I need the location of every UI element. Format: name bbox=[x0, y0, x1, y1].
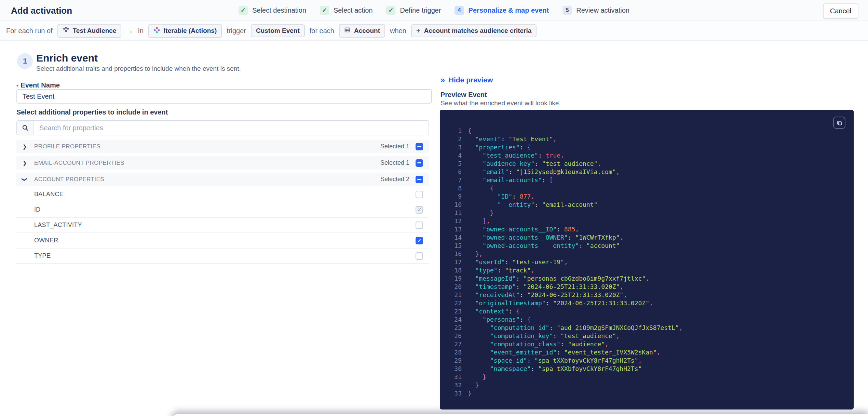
property-row[interactable]: OWNER✓ bbox=[16, 233, 429, 249]
step-label: Select action bbox=[334, 6, 373, 14]
code-line: 1{ bbox=[440, 127, 854, 135]
code-line: 22 "originalTimestamp": "2024-06-25T21:3… bbox=[440, 299, 854, 307]
property-label: BALANCE bbox=[34, 191, 416, 198]
page-title: Add activation bbox=[11, 5, 72, 16]
chevron-right-icon: ❯ bbox=[23, 144, 34, 150]
wizard-header: Add activation ✓Select destination✓Selec… bbox=[0, 0, 868, 21]
hide-preview-link[interactable]: » Hide preview bbox=[440, 76, 493, 84]
summary-badge[interactable]: Test Audience bbox=[57, 24, 122, 38]
code-line: 14 "owned-accounts__OWNER": "1WCWrTXfkp"… bbox=[440, 233, 854, 242]
code-line: 32 } bbox=[440, 381, 854, 389]
search-input[interactable] bbox=[34, 121, 429, 135]
property-checkbox-checked-disabled[interactable]: ✓ bbox=[416, 206, 423, 214]
line-number: 5 bbox=[440, 160, 462, 168]
search-icon bbox=[17, 121, 34, 135]
event-preview-code-block: 1{2 "event": "Test Event",3 "properties"… bbox=[440, 110, 854, 410]
line-number: 2 bbox=[440, 135, 462, 143]
event-name-input[interactable] bbox=[16, 89, 432, 104]
property-checkbox-checked[interactable]: ✓ bbox=[416, 237, 423, 244]
code-text: "computation_key": "test_audience", bbox=[468, 332, 620, 340]
line-number: 28 bbox=[440, 348, 462, 357]
property-row[interactable]: ID✓ bbox=[16, 202, 429, 218]
code-text: }, bbox=[468, 250, 483, 258]
footer-shadow bbox=[171, 414, 868, 416]
hide-preview-label: Hide preview bbox=[449, 76, 493, 84]
property-checkbox-unchecked[interactable] bbox=[416, 252, 423, 260]
group-checkbox-indeterminate[interactable] bbox=[416, 176, 423, 183]
account-properties-list: BALANCEID✓LAST_ACTIVITYOWNER✓TYPE bbox=[16, 187, 429, 264]
step-done-check-icon: ✓ bbox=[239, 6, 248, 15]
code-line: 4 "test_audience": true, bbox=[440, 151, 854, 160]
summary-text: For each run of bbox=[6, 27, 53, 35]
step-label: Select destination bbox=[252, 6, 306, 14]
summary-text: for each bbox=[310, 27, 334, 35]
code-line: 12 ], bbox=[440, 217, 854, 225]
summary-text: In bbox=[138, 27, 144, 35]
wizard-step[interactable]: 4Personalize & map event bbox=[455, 6, 549, 15]
code-text: "userId": "test-user-19", bbox=[468, 258, 568, 266]
property-row[interactable]: TYPE bbox=[16, 249, 429, 264]
line-number: 7 bbox=[440, 176, 462, 184]
step-label: Personalize & map event bbox=[469, 6, 549, 14]
property-row[interactable]: BALANCE bbox=[16, 187, 429, 202]
code-text: "receivedAt": "2024-06-25T21:31:33.020Z"… bbox=[468, 291, 627, 299]
property-group-row[interactable]: ❯PROFILE PROPERTIESSelected 1 bbox=[16, 140, 429, 153]
line-number: 22 bbox=[440, 299, 462, 307]
summary-badge[interactable]: Custom Event bbox=[251, 24, 305, 37]
summary-text: when bbox=[390, 27, 406, 35]
property-row[interactable]: LAST_ACTIVITY bbox=[16, 218, 429, 233]
code-text: "type": "track", bbox=[468, 266, 534, 274]
step-number-badge: 5 bbox=[562, 6, 572, 15]
code-line: 15 "owned-accounts____entity": "account" bbox=[440, 242, 854, 250]
code-text: } bbox=[468, 389, 472, 398]
property-checkbox-unchecked[interactable] bbox=[416, 191, 423, 198]
summary-badge[interactable]: +Account matches audience criteria bbox=[411, 24, 537, 37]
code-line: 6 "email": "j15i2ysedp@k1euxaIVia.com", bbox=[440, 168, 854, 176]
properties-section-label: Select additional properties to include … bbox=[16, 108, 168, 116]
group-checkbox-indeterminate[interactable] bbox=[416, 159, 423, 167]
wizard-step[interactable]: ✓Select destination bbox=[239, 6, 306, 15]
code-line: 27 "computation_class": "audience", bbox=[440, 340, 854, 348]
cancel-button[interactable]: Cancel bbox=[823, 3, 858, 19]
summary-badge[interactable]: Account bbox=[339, 24, 385, 38]
collapse-right-icon: » bbox=[440, 77, 445, 83]
line-number: 4 bbox=[440, 151, 462, 160]
code-line: 21 "receivedAt": "2024-06-25T21:31:33.02… bbox=[440, 291, 854, 299]
property-group-row[interactable]: ❯ACCOUNT PROPERTIESSelected 2 bbox=[16, 173, 429, 186]
summary-text: → bbox=[126, 27, 133, 35]
table-icon bbox=[344, 27, 351, 35]
step-label: Define trigger bbox=[400, 6, 441, 14]
code-line: 33} bbox=[440, 389, 854, 398]
summary-badge-label: Test Audience bbox=[73, 27, 117, 35]
line-number: 31 bbox=[440, 373, 462, 381]
line-number: 30 bbox=[440, 365, 462, 373]
code-text: "namespace": "spa_tXXbfoyvCkY8rF47ghH2Ts… bbox=[468, 365, 642, 373]
summary-badge-label: Iterable (Actions) bbox=[164, 27, 217, 35]
property-group-row[interactable]: ❯EMAIL-ACCOUNT PROPERTIESSelected 1 bbox=[16, 156, 429, 170]
wizard-step[interactable]: ✓Select action bbox=[320, 6, 373, 15]
code-text: "event": "Test Event", bbox=[468, 135, 557, 143]
code-line: 7 "email-accounts": [ bbox=[440, 176, 854, 184]
code-text: } bbox=[468, 373, 486, 381]
wizard-step[interactable]: ✓Define trigger bbox=[386, 6, 441, 15]
line-number: 13 bbox=[440, 225, 462, 233]
summary-badge-label: Account bbox=[354, 27, 380, 35]
line-number: 10 bbox=[440, 201, 462, 209]
code-line: 31 } bbox=[440, 373, 854, 381]
line-number: 17 bbox=[440, 258, 462, 266]
code-text: "ID": 877, bbox=[468, 192, 534, 201]
code-line: 29 "space_id": "spa_tXXbfoyvCkY8rF47ghH2… bbox=[440, 357, 854, 365]
code-text: "owned-accounts____entity": "account" bbox=[468, 242, 620, 250]
property-checkbox-unchecked[interactable] bbox=[416, 222, 423, 229]
wizard-step[interactable]: 5Review activation bbox=[562, 6, 629, 15]
code-text: "context": { bbox=[468, 307, 520, 316]
property-group-label: EMAIL-ACCOUNT PROPERTIES bbox=[34, 160, 380, 166]
summary-badge[interactable]: Iterable (Actions) bbox=[148, 24, 222, 38]
event-name-label-text: Event Name bbox=[21, 81, 60, 89]
code-line: 9 "ID": 877, bbox=[440, 192, 854, 201]
selected-count: Selected 1 bbox=[380, 143, 409, 150]
selected-count: Selected 2 bbox=[380, 176, 409, 183]
selected-count: Selected 1 bbox=[380, 159, 409, 166]
group-checkbox-indeterminate[interactable] bbox=[416, 143, 423, 150]
code-text: "messageId": "personas_cb6zdbo6im9g7xxf7… bbox=[468, 274, 649, 283]
